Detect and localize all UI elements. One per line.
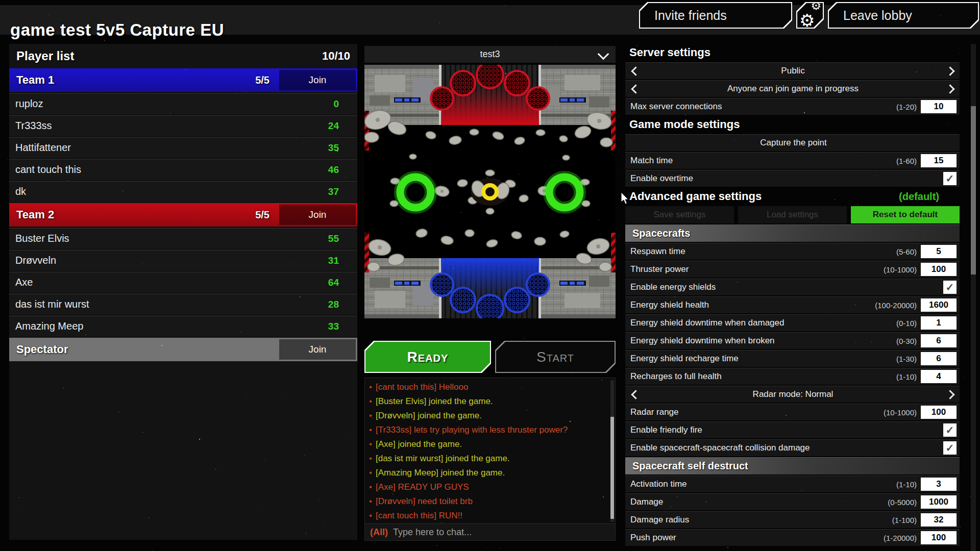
setting-range: (1-100) [892, 516, 917, 524]
setting-label: Energy shield downtime when damaged [630, 318, 896, 328]
player-score: 46 [328, 164, 339, 176]
selector-anyone-can-join-game-in-progress: Anyone can join game in progress [625, 80, 960, 97]
load-settings-button[interactable]: Load settings [738, 206, 847, 223]
energy-shield-health-input[interactable]: 1600 [921, 298, 957, 312]
player-row: Tr333ss24 [9, 115, 357, 136]
player-row: Buster Elvis55 [9, 228, 357, 248]
setting-enable-overtime: Enable overtime✓ [625, 170, 960, 187]
match-time-input[interactable]: 15 [921, 154, 957, 167]
join-team-1-button[interactable]: Join [279, 70, 356, 90]
player-row: Axe64 [9, 272, 357, 292]
setting-range: (0-10) [896, 319, 917, 328]
setting-label: Capture the point [630, 138, 957, 148]
enable-spacecraft-spacecraft-collision-damage-checkbox[interactable]: ✓ [943, 441, 957, 455]
enable-friendly-fire-checkbox[interactable]: ✓ [943, 423, 957, 437]
invite-friends-label: Invite friends [654, 8, 727, 23]
energy-shield-downtime-when-damaged-input[interactable]: 1 [921, 316, 957, 330]
enable-energy-shields-checkbox[interactable]: ✓ [943, 281, 957, 294]
settings-scrollbar-thumb[interactable] [971, 106, 976, 274]
radar-range-input[interactable]: 100 [921, 406, 957, 419]
player-score: 64 [328, 277, 339, 288]
respawn-time-input[interactable]: 5 [921, 245, 957, 258]
section-header-advanced-game-settings: Advanced game settings(default) [625, 188, 960, 205]
setting-damage: Damage(0-5000)1000 [625, 493, 960, 510]
player-rows: Team 15/5Joinruploz0Tr333ss24Hattifatten… [9, 68, 357, 361]
setting-label: Activation time [630, 479, 896, 489]
invite-friends-button[interactable]: Invite friends [639, 2, 792, 29]
damage-input[interactable]: 1000 [921, 495, 957, 509]
activation-time-input[interactable]: 3 [921, 478, 957, 491]
chat-message: •[Amazing Meep] joined the game. [369, 466, 607, 480]
enable-overtime-checkbox[interactable]: ✓ [943, 172, 957, 185]
selected-map-label: test3 [480, 49, 500, 60]
chat-scrollbar[interactable] [610, 380, 614, 522]
settings-scrollbar[interactable] [971, 44, 976, 551]
recharges-to-full-health-input[interactable]: 4 [921, 370, 957, 383]
setting-activation-time: Activation time(1-10)3 [625, 475, 960, 492]
thruster-power-input[interactable]: 100 [921, 263, 957, 276]
max-server-connections-input[interactable]: 10 [921, 100, 957, 113]
team-header-team-2: Team 25/5Join [9, 203, 357, 227]
player-row: dk37 [9, 181, 357, 202]
join-team-2-button[interactable]: Join [279, 205, 356, 225]
map-select-dropdown[interactable]: test3 [364, 46, 616, 63]
setting-recharges-to-full-health: Recharges to full health(1-10)4 [625, 368, 960, 385]
chevron-right-icon[interactable] [945, 66, 954, 76]
player-score: 33 [328, 321, 339, 332]
chat-bullet: • [369, 496, 372, 506]
default-tag: (default) [899, 191, 939, 203]
chat-input[interactable]: (All) Type here to chat... [365, 523, 615, 540]
chat-message-text: [Tr333ss] lets try playing with less thr… [376, 425, 568, 435]
setting-range: (10-1000) [884, 408, 917, 417]
chat-bullet: • [369, 382, 372, 392]
setting-range: (1-60) [896, 157, 917, 165]
chat-message: •[Drøvveln] need toilet brb [369, 494, 607, 509]
settings-rows: Server settingsPublicAnyone can join gam… [625, 44, 960, 546]
team-header-team-1: Team 15/5Join [9, 68, 357, 92]
setting-max-server-connections: Max server connections(1-20)10 [625, 98, 960, 115]
join-spectator-button[interactable]: Join [279, 339, 356, 360]
setting-label: Enable friendly fire [630, 425, 943, 435]
leave-lobby-label: Leave lobby [843, 8, 912, 23]
player-name: dk [15, 186, 328, 197]
lobby-title: game test 5v5 Capture EU [10, 20, 224, 40]
setting-label: Enable energy shields [630, 282, 943, 292]
chat-bullet: • [369, 511, 372, 520]
push-power-input[interactable]: 100 [921, 531, 957, 544]
player-name: Buster Elvis [15, 233, 328, 244]
leave-lobby-button[interactable]: Leave lobby [828, 2, 979, 29]
chat-scrollbar-thumb[interactable] [610, 417, 614, 519]
setting-label: Radar range [630, 407, 884, 417]
energy-shield-downtime-when-broken-input[interactable]: 6 [921, 334, 957, 347]
section-header-game-mode-settings: Game mode settings [625, 116, 960, 133]
chat-input-placeholder: Type here to chat... [393, 527, 472, 538]
setting-range: (5-60) [896, 247, 917, 256]
subsection-header-label: Spacecrafts [632, 228, 690, 239]
ready-button[interactable]: Ready [364, 341, 491, 373]
chat-bullet: • [369, 482, 372, 492]
chat-message: •[Axe] joined the game. [369, 437, 607, 452]
setting-energy-shield-downtime-when-broken: Energy shield downtime when broken(0-30)… [625, 332, 960, 349]
chat-bullet: • [369, 454, 372, 463]
setting-match-time: Match time(1-60)15 [625, 152, 960, 169]
reset-to-default-button[interactable]: Reset to default [851, 206, 960, 223]
chat-message: •[Axe] READY UP GUYS [369, 480, 607, 494]
settings-gear-button[interactable]: ⚙ ⚙ [796, 2, 824, 29]
chat-bullet: • [369, 411, 372, 420]
start-button[interactable]: Start [495, 341, 616, 373]
setting-label: Enable overtime [630, 173, 943, 184]
chevron-right-icon[interactable] [945, 84, 954, 93]
player-row: Amazing Meep33 [9, 316, 357, 336]
chat-message-text: [Drøvveln] need toilet brb [376, 496, 473, 506]
player-name: Hattifattener [15, 142, 328, 154]
chevron-right-icon[interactable] [945, 390, 954, 399]
gear-icon: ⚙ [799, 10, 815, 31]
energy-shield-recharge-time-input[interactable]: 6 [921, 352, 957, 365]
damage-radius-input[interactable]: 32 [921, 513, 957, 527]
chat-bullet: • [369, 468, 372, 478]
setting-label: Recharges to full health [630, 371, 896, 382]
save-settings-button[interactable]: Save settings [625, 206, 734, 223]
chat-bullet: • [369, 439, 372, 449]
setting-energy-shield-downtime-when-damaged: Energy shield downtime when damaged(0-10… [625, 314, 960, 331]
settings-panel: Server settingsPublicAnyone can join gam… [625, 44, 960, 547]
